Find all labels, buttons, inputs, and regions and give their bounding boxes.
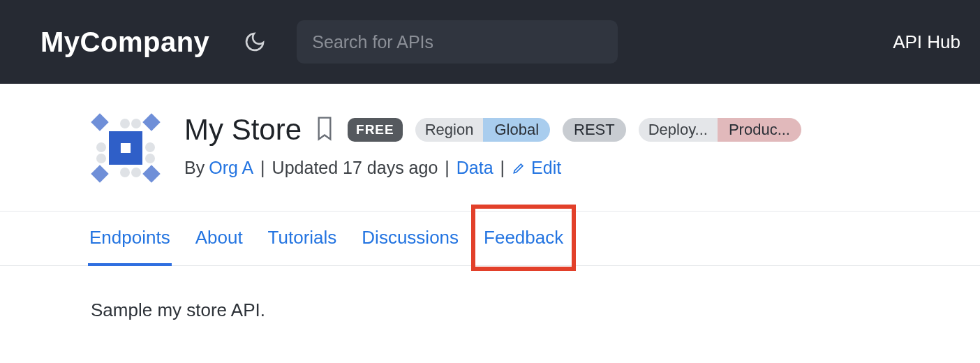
- badge-free: FREE: [348, 118, 403, 142]
- api-header: My Store FREE Region Global REST Deploy.…: [0, 84, 980, 193]
- badge-region-value: Global: [483, 118, 550, 142]
- api-hub-link[interactable]: API Hub: [893, 31, 960, 53]
- updated-text: Updated 17 days ago: [272, 158, 438, 178]
- search-input[interactable]: [297, 20, 618, 64]
- badge-region: Region Global: [415, 118, 550, 142]
- edit-button[interactable]: Edit: [512, 158, 561, 178]
- page: My Store FREE Region Global REST Deploy.…: [0, 84, 980, 321]
- theme-toggle-button[interactable]: [241, 28, 269, 56]
- api-meta: By Org A | Updated 17 days ago | Data | …: [184, 158, 980, 178]
- tab-discussions[interactable]: Discussions: [360, 212, 460, 265]
- separator: |: [498, 158, 508, 178]
- pencil-icon: [512, 161, 526, 175]
- badge-rest: REST: [563, 118, 626, 142]
- badge-deploy-value: Produc...: [718, 118, 801, 142]
- tab-endpoints[interactable]: Endpoints: [88, 212, 172, 265]
- badge-deploy-label: Deploy...: [639, 118, 718, 142]
- api-description: Sample my store API.: [0, 266, 980, 321]
- by-prefix: By: [184, 158, 205, 178]
- brand-logo[interactable]: MyCompany: [40, 27, 209, 58]
- tab-tutorials[interactable]: Tutorials: [267, 212, 339, 265]
- category-link[interactable]: Data: [456, 158, 493, 178]
- edit-label: Edit: [531, 158, 561, 178]
- top-bar: MyCompany API Hub: [0, 0, 980, 84]
- bookmark-icon: [314, 115, 335, 142]
- tabs-container: EndpointsAboutTutorialsDiscussionsFeedba…: [0, 211, 980, 266]
- separator: |: [258, 158, 268, 178]
- moon-icon: [244, 31, 266, 53]
- tab-about[interactable]: About: [194, 212, 244, 265]
- tab-feedback[interactable]: Feedback: [482, 212, 565, 265]
- api-title: My Store: [184, 113, 302, 147]
- title-row: My Store FREE Region Global REST Deploy.…: [184, 113, 980, 147]
- search-wrap: [297, 20, 618, 64]
- bookmark-button[interactable]: [314, 115, 335, 145]
- org-link[interactable]: Org A: [209, 158, 253, 178]
- badge-deployment: Deploy... Produc...: [639, 118, 801, 142]
- badge-region-label: Region: [415, 118, 484, 142]
- api-logo-icon: [91, 113, 161, 183]
- separator: |: [442, 158, 452, 178]
